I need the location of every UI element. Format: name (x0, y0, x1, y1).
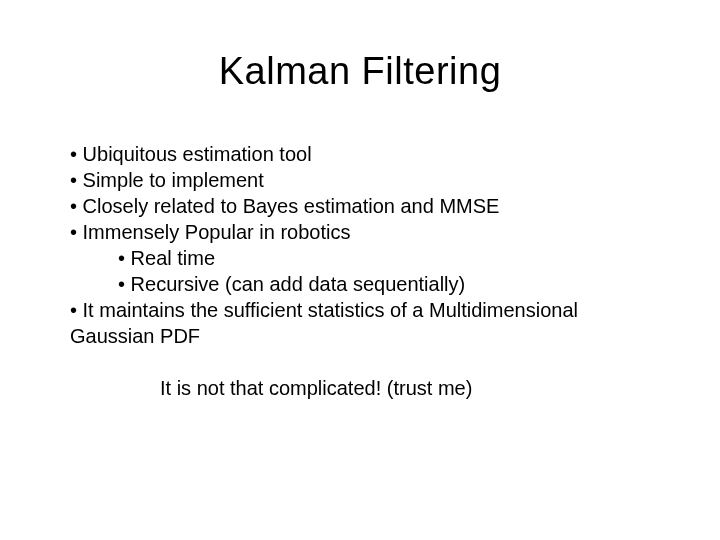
bullet-item: • Immensely Popular in robotics (70, 219, 650, 245)
bullet-item: • It maintains the sufficient statistics… (70, 297, 650, 323)
sub-bullet-item: • Real time (70, 245, 650, 271)
slide-container: Kalman Filtering • Ubiquitous estimation… (0, 0, 720, 540)
bullet-item: • Closely related to Bayes estimation an… (70, 193, 650, 219)
bullet-list: • Ubiquitous estimation tool • Simple to… (70, 141, 650, 349)
bullet-item-continuation: Gaussian PDF (70, 323, 650, 349)
slide-title: Kalman Filtering (70, 50, 650, 93)
closing-statement: It is not that complicated! (trust me) (70, 377, 650, 400)
bullet-item: • Simple to implement (70, 167, 650, 193)
bullet-item: • Ubiquitous estimation tool (70, 141, 650, 167)
sub-bullet-item: • Recursive (can add data sequentially) (70, 271, 650, 297)
